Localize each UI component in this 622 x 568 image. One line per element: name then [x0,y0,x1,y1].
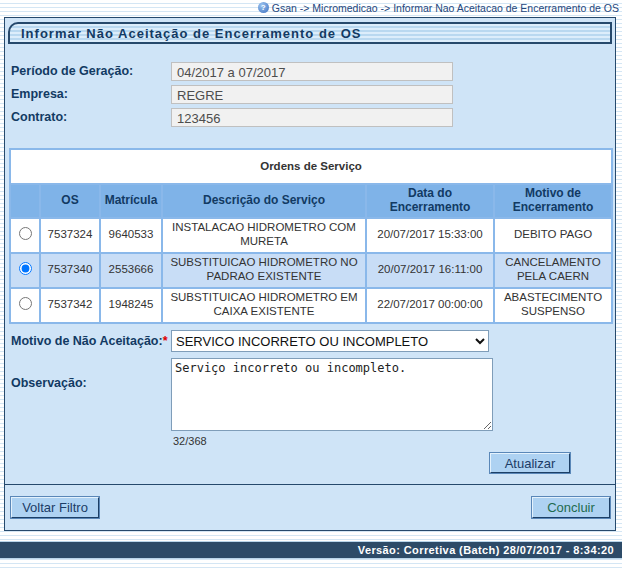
os-number: 7537340 [40,253,100,288]
os-radio-1[interactable] [19,262,32,275]
empresa-value: REGRE [171,85,453,104]
help-icon[interactable]: ? [258,2,269,13]
matricula: 9640533 [100,218,162,253]
motivo-encerramento: CANCELAMENTO PELA CAERN [494,253,612,288]
periodo-value: 04/2017 a 07/2017 [171,62,453,81]
table-row: 7537340 2553666 SUBSTITUICAO HIDROMETRO … [10,253,612,288]
orders-table-caption-row: Ordens de Serviço [10,149,612,184]
breadcrumb-text[interactable]: Gsan -> Micromedicao -> Informar Nao Ace… [272,2,619,14]
os-radio-2[interactable] [19,297,32,310]
col-header-motivo-encerramento: Motivo de Encerramento [494,184,612,218]
motivo-nao-aceitacao-label: Motivo de Não Aceitação:* [11,330,168,352]
table-row: 7537342 1948245 SUBSTITUICAO HIDROMETRO … [10,288,612,323]
col-header-data-encerramento: Data do Encerramento [366,184,494,218]
os-radio-0[interactable] [19,227,32,240]
contrato-label: Contrato: [11,108,67,127]
version-text: Versão: Corretiva (Batch) 28/07/2017 - 8… [358,544,614,556]
observacao-label: Observação: [11,376,87,390]
os-number: 7537324 [40,218,100,253]
field-row-contrato: Contrato: 123456 [5,108,615,127]
col-header-matricula: Matrícula [100,184,162,218]
periodo-label: Período de Geração: [11,62,133,81]
motivo-encerramento: ABASTECIMENTO SUSPENSO [494,288,612,323]
matricula: 1948245 [100,288,162,323]
matricula: 2553666 [100,253,162,288]
descricao-servico: SUBSTITUICAO HIDROMETRO EM CAIXA EXISTEN… [162,288,366,323]
field-row-periodo: Período de Geração: 04/2017 a 07/2017 [5,62,615,81]
empresa-label: Empresa: [11,85,68,104]
main-form-panel: Informar Não Aceitação de Encerramento d… [4,17,616,531]
contrato-value: 123456 [171,108,453,127]
col-header-descricao: Descrição do Serviço [162,184,366,218]
descricao-servico: INSTALACAO HIDROMETRO COM MURETA [162,218,366,253]
concluir-button[interactable]: Concluir [532,497,610,518]
field-row-empresa: Empresa: REGRE [5,85,615,104]
atualizar-button[interactable]: Atualizar [490,453,570,473]
table-row: 7537324 9640533 INSTALACAO HIDROMETRO CO… [10,218,612,253]
descricao-servico: SUBSTITUICAO HIDROMETRO NO PADRAO EXISTE… [162,253,366,288]
orders-table-caption: Ordens de Serviço [10,149,612,184]
observacao-textarea[interactable]: Serviço incorreto ou incompleto. [171,358,493,431]
voltar-filtro-button[interactable]: Voltar Filtro [11,497,99,518]
divider-line [5,484,615,485]
page-title: Informar Não Aceitação de Encerramento d… [8,22,612,44]
col-header-select [10,184,40,218]
breadcrumb: ? Gsan -> Micromedicao -> Informar Nao A… [258,1,619,14]
motivo-encerramento: DEBITO PAGO [494,218,612,253]
observacao-char-counter: 32/368 [173,435,207,447]
motivo-nao-aceitacao-row: Motivo de Não Aceitação:* SERVICO INCORR… [5,330,615,352]
screen: ? Gsan -> Micromedicao -> Informar Nao A… [0,0,622,568]
data-encerramento: 22/07/2017 00:00:00 [366,288,494,323]
data-encerramento: 20/07/2017 16:11:00 [366,253,494,288]
col-header-os: OS [40,184,100,218]
version-footer: Versão: Corretiva (Batch) 28/07/2017 - 8… [0,541,622,559]
orders-table: Ordens de Serviço OS Matrícula Descrição… [9,148,613,324]
required-asterisk: * [163,334,168,348]
orders-table-header-row: OS Matrícula Descrição do Serviço Data d… [10,184,612,218]
data-encerramento: 20/07/2017 15:33:00 [366,218,494,253]
os-number: 7537342 [40,288,100,323]
motivo-nao-aceitacao-select[interactable]: SERVICO INCORRETO OU INCOMPLETO [171,330,489,352]
